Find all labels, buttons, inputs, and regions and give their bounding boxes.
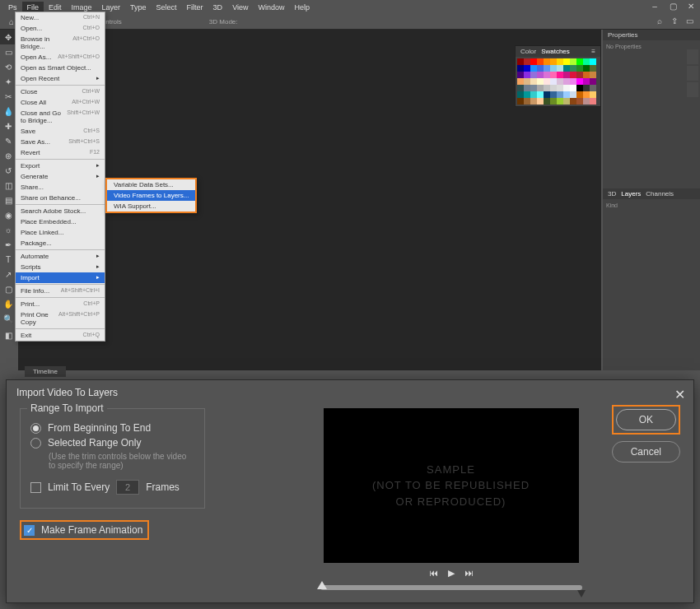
menu-item[interactable]: New...Ctrl+N [16, 12, 105, 23]
radio-icon[interactable] [30, 438, 41, 449]
swatch[interactable] [590, 85, 596, 91]
swatches-grid[interactable] [516, 57, 600, 106]
shape-tool-icon[interactable]: ▢ [0, 281, 16, 296]
swatch[interactable] [576, 58, 583, 65]
panel-menu-icon[interactable]: ≡ [591, 48, 595, 55]
menu-item[interactable]: SaveCtrl+S [16, 126, 105, 137]
swatch[interactable] [563, 58, 570, 65]
swatch[interactable] [563, 78, 570, 85]
wand-tool-icon[interactable]: ✦ [0, 74, 16, 89]
menu-type[interactable]: Type [125, 2, 152, 13]
swatch[interactable] [570, 65, 576, 72]
swatch[interactable] [550, 65, 557, 72]
swatch[interactable] [576, 91, 583, 98]
lasso-tool-icon[interactable]: ⟲ [0, 59, 16, 74]
swatch[interactable] [530, 98, 537, 105]
swatch[interactable] [590, 58, 596, 65]
pen-tool-icon[interactable]: ✒ [0, 237, 16, 252]
menu-item[interactable]: Import [16, 272, 105, 283]
radio-selected-range[interactable]: Selected Range Only [30, 437, 194, 449]
swatch[interactable] [557, 72, 563, 78]
swatch[interactable] [557, 65, 563, 72]
radio-icon[interactable] [30, 423, 41, 434]
history-brush-icon[interactable]: ↺ [0, 163, 16, 178]
frames-input[interactable] [116, 480, 139, 495]
swatch[interactable] [537, 72, 544, 78]
swatch[interactable] [570, 78, 576, 85]
swatch[interactable] [563, 98, 570, 105]
swatch[interactable] [590, 65, 596, 72]
swatch[interactable] [576, 65, 583, 72]
swatch[interactable] [544, 65, 550, 72]
menu-item[interactable]: Open As...Alt+Shift+Ctrl+O [16, 52, 105, 63]
tab-channels[interactable]: Channels [646, 190, 674, 198]
swatch[interactable] [544, 72, 550, 78]
swatch[interactable] [570, 91, 576, 98]
swatch[interactable] [557, 58, 563, 65]
trim-start-handle[interactable] [317, 581, 327, 589]
scrub-bar[interactable] [320, 585, 582, 590]
swatch[interactable] [530, 85, 537, 91]
swatch[interactable] [563, 91, 570, 98]
actions-panel-icon[interactable] [687, 66, 698, 81]
minimize-icon[interactable]: – [649, 2, 660, 11]
swatch[interactable] [563, 65, 570, 72]
menu-item[interactable]: Place Linked... [16, 227, 105, 238]
swatch[interactable] [583, 85, 590, 91]
swatch[interactable] [563, 85, 570, 91]
swatch[interactable] [550, 85, 557, 91]
swatch[interactable] [570, 72, 576, 78]
swatch[interactable] [583, 98, 590, 105]
menu-select[interactable]: Select [152, 2, 182, 13]
swatch[interactable] [557, 98, 563, 105]
hand-tool-icon[interactable]: ✋ [0, 296, 16, 311]
swatch[interactable] [517, 65, 524, 72]
menu-item[interactable]: Generate [16, 171, 105, 182]
swatch[interactable] [517, 85, 524, 91]
swatch[interactable] [550, 98, 557, 105]
menu-window[interactable]: Window [253, 2, 289, 13]
swatch[interactable] [570, 85, 576, 91]
swatch[interactable] [583, 91, 590, 98]
eyedropper-icon[interactable]: 💧 [0, 104, 16, 119]
swatch[interactable] [576, 98, 583, 105]
swatch[interactable] [570, 98, 576, 105]
swatch[interactable] [530, 72, 537, 78]
layers-filter[interactable]: Kind [606, 202, 618, 208]
tab-color[interactable]: Color [520, 48, 536, 55]
swatch[interactable] [517, 58, 524, 65]
swatch[interactable] [530, 91, 537, 98]
swatch[interactable] [557, 85, 563, 91]
blur-tool-icon[interactable]: ◉ [0, 207, 16, 222]
dialog-close-icon[interactable]: ✕ [674, 387, 685, 402]
stamp-tool-icon[interactable]: ⊛ [0, 148, 16, 163]
trim-end-handle[interactable] [577, 590, 586, 597]
menu-item[interactable]: RevertF12 [16, 147, 105, 158]
menu-item[interactable]: Save As...Shift+Ctrl+S [16, 137, 105, 147]
swatch[interactable] [570, 58, 576, 65]
menu-item[interactable]: Close AllAlt+Ctrl+W [16, 97, 105, 108]
workspace-icon[interactable]: ▭ [684, 16, 695, 26]
swatch[interactable] [550, 91, 557, 98]
menu-item[interactable]: Open...Ctrl+O [16, 23, 105, 34]
path-tool-icon[interactable]: ↗ [0, 267, 16, 281]
menu-item[interactable]: Print...Ctrl+P [16, 299, 105, 309]
brushes-panel-icon[interactable] [687, 82, 698, 97]
swatch[interactable] [557, 78, 563, 85]
limit-checkbox[interactable] [30, 482, 41, 493]
swatch[interactable] [524, 78, 530, 85]
make-anim-checkbox[interactable] [24, 525, 35, 536]
menu-item[interactable]: Open Recent [16, 73, 105, 84]
menu-item[interactable]: Browse in Bridge...Alt+Ctrl+O [16, 34, 105, 52]
tab-properties[interactable]: Properties [608, 31, 637, 39]
swatch[interactable] [544, 78, 550, 85]
swatch[interactable] [537, 78, 544, 85]
heal-tool-icon[interactable]: ✚ [0, 119, 16, 133]
swatch[interactable] [517, 91, 524, 98]
menu-item[interactable]: Automate [16, 251, 105, 262]
swatch[interactable] [563, 72, 570, 78]
fg-bg-colors[interactable]: ◧ [0, 326, 16, 344]
swatch[interactable] [590, 72, 596, 78]
swatch[interactable] [524, 91, 530, 98]
cancel-button[interactable]: Cancel [612, 441, 680, 463]
